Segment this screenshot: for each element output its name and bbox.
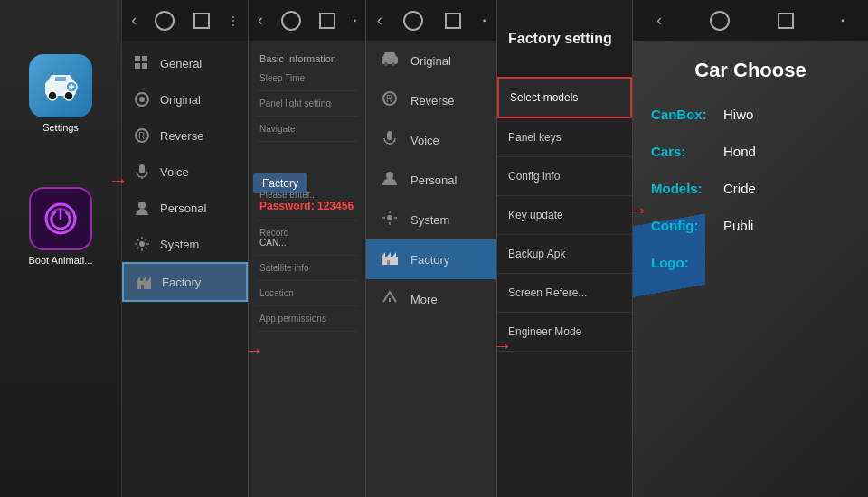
svg-point-32 [386,172,393,179]
recents-button-6[interactable] [778,13,794,29]
home-button-2[interactable] [155,11,175,31]
back-button-4[interactable]: ‹ [377,11,382,30]
factory-select-models[interactable]: Select models [497,77,632,118]
settings-app-label: Settings [42,122,79,133]
recents-button-4[interactable] [445,13,461,29]
menu-label-system: System [160,238,199,251]
arrow-2: → [244,339,264,362]
factory-overlay: Factory [253,173,307,193]
side-menu-voice[interactable]: Voice [366,120,496,160]
side-menu-factory[interactable]: Factory [366,239,496,279]
config-value: Publi [723,218,753,233]
menu-label-personal: Personal [160,202,206,215]
boot-power-svg [42,201,79,237]
status-icon-6: ▪ [841,15,844,25]
status-icon-4: ▪ [483,15,486,25]
side-menu-personal[interactable]: Personal [366,160,496,200]
menu-item-original[interactable]: Original [122,81,248,117]
canbox-label: CanBox: [651,107,723,122]
car-settings-svg [42,70,79,102]
settings-app-icon[interactable] [29,54,92,117]
app-permissions-label: App permissions [259,314,354,324]
basic-info-content: Basic Information Sleep Time Panel light… [249,41,365,339]
menu-item-general[interactable]: General [122,45,248,81]
menu-item-voice[interactable]: Voice [122,154,248,190]
side-label-original: Original [410,54,451,68]
select-models-label: Select models [510,91,578,104]
logo-label: Logo: [651,255,723,270]
sleep-time-label: Sleep Time [259,73,354,83]
menu-item-system[interactable]: System [122,226,248,262]
factory-screen-reference[interactable]: Screen Refere... [497,274,632,313]
config-info-label: Config info [508,170,560,183]
svg-point-27 [392,62,395,66]
side-label-system: System [410,213,449,227]
recents-button-3[interactable] [319,13,335,29]
svg-rect-10 [135,63,140,69]
navigate-row: Navigate [256,117,358,142]
home-button-3[interactable] [281,11,301,31]
original-icon [133,90,151,108]
menu-item-factory[interactable]: Factory [122,262,248,302]
side-more-icon [380,289,400,309]
record-label: Record [259,228,354,238]
models-label: Models: [651,181,723,196]
voice-icon [133,163,151,181]
arrow-5: → [628,199,648,222]
factory-panel-keys[interactable]: Panel keys [497,118,632,157]
svg-point-26 [384,62,388,66]
menu-label-general: General [160,57,202,70]
panel-factory-setting: Factory setting Select models Panel keys… [497,0,633,497]
settings-app[interactable]: Settings [29,54,92,133]
boot-animation-icon[interactable] [29,187,92,250]
side-menu-more[interactable]: More [366,279,496,319]
car-choose-background: Car Choose CanBox: Hiwo Cars: Hond Model… [633,41,868,497]
panel-basic-info: ‹ ▪ Basic Information Sleep Time Panel l… [249,0,366,497]
backup-apk-label: Backup Apk [508,248,565,260]
back-button-2[interactable]: ‹ [131,11,137,30]
system-icon [133,235,151,253]
location-row: Location [256,281,358,306]
arrow-4: → [493,334,513,358]
svg-rect-9 [142,56,147,61]
basic-info-title: Basic Information [256,48,358,66]
record-value: CAN... [259,238,354,248]
menu-label-reverse: Reverse [160,129,203,143]
svg-rect-38 [387,260,390,265]
home-button-4[interactable] [403,11,423,31]
factory-backup-apk[interactable]: Backup Apk [497,235,632,274]
canbox-value: Hiwo [723,107,753,122]
panel-settings-menu: ‹ ⋮ General Original R Reverse Voice Per… [122,0,249,497]
side-menu-system[interactable]: System [366,200,496,239]
location-label-text: Location [259,288,354,298]
recents-button-2[interactable] [193,13,210,29]
side-menu-original[interactable]: Original [366,41,496,80]
boot-animation-app[interactable]: Boot Animati... [29,187,93,266]
factory-key-update[interactable]: Key update [497,196,632,235]
menu-label-factory-2: Factory [162,276,201,289]
menu-label-original: Original [160,93,201,107]
arrow-1: → [108,169,128,192]
factory-config-info[interactable]: Config info [497,157,632,196]
panel-light-label: Panel light setting [259,98,354,108]
panel-light-row: Panel light setting [256,91,358,117]
factory-engineer-mode[interactable]: Engineer Mode [497,313,632,352]
config-label: Config: [651,218,723,233]
back-button-6[interactable]: ‹ [656,11,662,30]
nav-bar-6: ‹ ▪ [633,0,868,41]
app-permissions-row: App permissions [256,306,358,332]
reverse-icon: R [133,127,151,145]
menu-item-personal[interactable]: Personal [122,190,248,226]
menu-item-reverse[interactable]: R Reverse [122,117,248,154]
status-dots-2: ⋮ [228,14,239,27]
logo-row: Logo: [633,244,868,281]
svg-marker-22 [142,277,146,281]
navigate-label: Navigate [259,124,354,134]
back-button-3[interactable]: ‹ [258,11,263,30]
general-icon [133,54,151,72]
home-button-6[interactable] [710,11,730,31]
panel-keys-label: Panel keys [508,131,561,144]
panel-car-choose: ‹ ▪ Car Choose CanBox: Hiwo Cars: Hond M… [633,0,868,497]
side-menu-reverse[interactable]: R Reverse [366,80,496,120]
side-personal-icon [380,170,400,190]
